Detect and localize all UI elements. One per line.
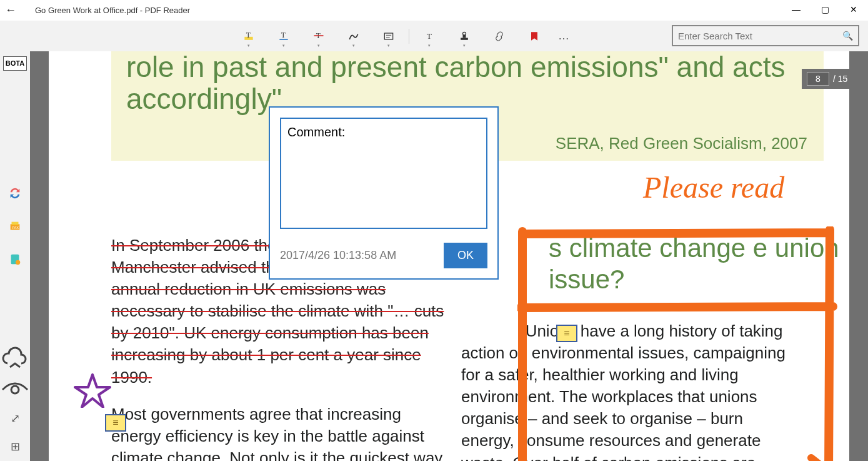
total-pages: / 15 xyxy=(833,74,847,84)
svg-rect-14 xyxy=(12,221,19,225)
quote-text: role in past and present carbon emission… xyxy=(126,51,809,114)
search-box[interactable]: 🔍 xyxy=(672,25,859,46)
svg-text:Please read: Please read xyxy=(642,171,785,204)
maximize-button[interactable]: ▢ xyxy=(811,0,839,19)
strikeout-tool[interactable]: T▾ xyxy=(301,23,336,50)
page-indicator: 8 / 15 xyxy=(802,69,868,89)
close-button[interactable]: ✕ xyxy=(839,0,868,19)
svg-text:T: T xyxy=(427,31,432,41)
fax-tool[interactable]: FAX xyxy=(0,210,30,243)
ink-tool[interactable]: ▾ xyxy=(336,23,371,50)
svg-rect-10 xyxy=(461,38,468,39)
svg-point-17 xyxy=(16,260,20,265)
more-button[interactable]: … xyxy=(552,29,577,43)
current-page-input[interactable]: 8 xyxy=(807,72,829,86)
highlight-tool[interactable]: T▾ xyxy=(231,23,266,50)
ink-please-read: Please read xyxy=(643,166,812,210)
rotate-tool[interactable] xyxy=(0,177,30,210)
right-column: Unions hUnions have a long history of ta… xyxy=(461,320,799,461)
bota-button[interactable]: BOTA xyxy=(3,56,27,71)
underline-tool[interactable]: T▾ xyxy=(266,23,301,50)
eye-tool[interactable] xyxy=(0,375,30,405)
text-tool[interactable]: T▾ xyxy=(412,23,447,50)
right-paragraph: Unions have a long history of taking act… xyxy=(461,322,786,461)
comment-timestamp: 2017/4/26 10:13:58 AM xyxy=(280,249,396,262)
link-tool[interactable] xyxy=(482,23,517,50)
minimize-button[interactable]: — xyxy=(782,0,811,19)
comment-textarea[interactable] xyxy=(280,118,487,229)
svg-text:T: T xyxy=(281,31,286,39)
expand-tool[interactable]: ⤢ xyxy=(0,405,30,433)
clipboard-tool[interactable] xyxy=(0,243,30,276)
svg-point-18 xyxy=(11,386,19,393)
left-sidebar: BOTA FAX ⤢ ⊞ xyxy=(0,51,30,461)
left-paragraph: Most governments agree that increasing e… xyxy=(111,405,442,461)
svg-text:FAX: FAX xyxy=(12,225,19,229)
svg-rect-6 xyxy=(384,33,392,39)
search-input[interactable] xyxy=(678,31,842,41)
section-heading: s climate change e union issue? xyxy=(549,233,849,296)
back-button[interactable]: ← xyxy=(5,4,22,17)
window-title: Go Green Work at Office.pdf - PDF Reader xyxy=(35,6,190,15)
bookmark-tool[interactable] xyxy=(517,23,552,50)
sticky-note-icon[interactable] xyxy=(105,414,126,432)
cloud-tool[interactable] xyxy=(0,345,30,375)
stamp-tool[interactable]: ▾ xyxy=(447,23,482,50)
ink-star xyxy=(74,373,111,408)
grid-tool[interactable]: ⊞ xyxy=(0,433,30,461)
search-icon[interactable]: 🔍 xyxy=(842,31,853,41)
toolbar: T▾ T▾ T▾ ▾ ▾ T▾ ▾ … 🔍 xyxy=(0,21,868,51)
sticky-note-icon[interactable] xyxy=(556,325,577,342)
svg-text:T: T xyxy=(246,31,251,39)
quote-attribution: SERA, Red Green Socialism, 2007 xyxy=(556,134,807,153)
ok-button[interactable]: OK xyxy=(444,243,487,268)
freetext-tool[interactable]: ▾ xyxy=(371,23,406,50)
comment-dialog: 2017/4/26 10:13:58 AM OK xyxy=(269,106,499,280)
